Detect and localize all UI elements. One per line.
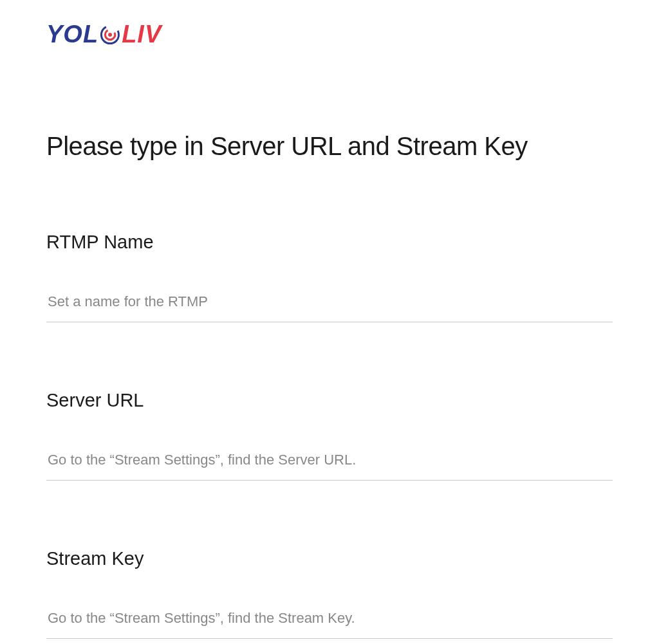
svg-point-2 [108,33,112,37]
rtmp-name-label: RTMP Name [46,232,613,253]
server-url-label: Server URL [46,390,613,411]
stream-key-label: Stream Key [46,548,613,569]
logo-text-part1: YOL [46,21,98,48]
form-container: YOL LIV Please type in Server URL and St… [0,0,659,644]
rtmp-name-group: RTMP Name [46,232,613,322]
logo-text-part2: LIV [122,21,162,48]
rtmp-name-input[interactable] [46,288,613,322]
server-url-input[interactable] [46,446,613,481]
page-title: Please type in Server URL and Stream Key [46,132,613,161]
server-url-group: Server URL [46,390,613,481]
target-icon [99,24,121,46]
logo: YOL LIV [46,21,613,48]
stream-key-input[interactable] [46,605,613,639]
stream-key-group: Stream Key [46,548,613,639]
